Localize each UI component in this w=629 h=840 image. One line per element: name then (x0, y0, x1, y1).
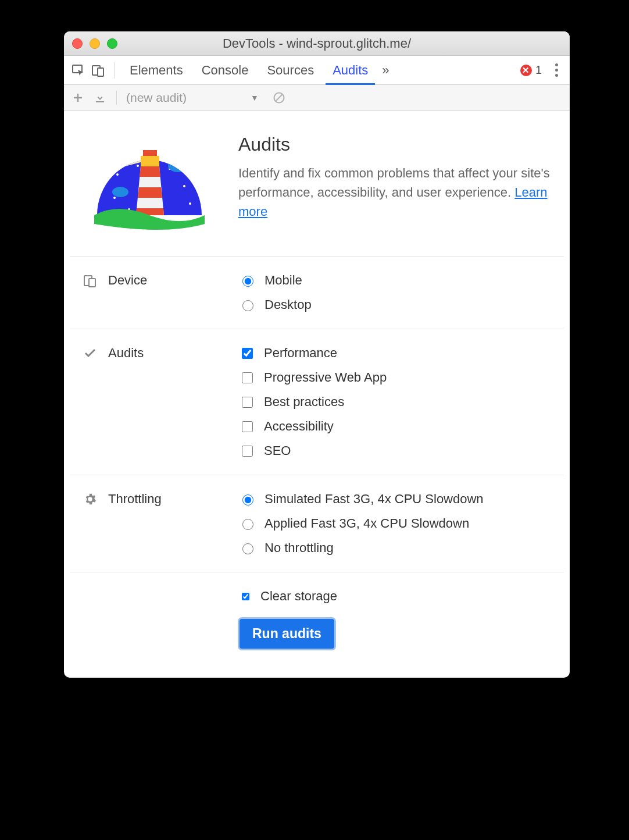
checkbox-input[interactable] (242, 593, 249, 600)
error-count[interactable]: ✕ 1 (520, 63, 542, 77)
page-title: Audits (238, 134, 551, 155)
option-label: Progressive Web App (264, 370, 387, 385)
checkbox-input[interactable] (242, 348, 253, 359)
check-icon (83, 347, 98, 360)
checkbox-input[interactable] (242, 421, 253, 432)
svg-point-5 (137, 165, 139, 167)
radio-throttling-simulated[interactable]: Simulated Fast 3G, 4x CPU Slowdown (240, 492, 551, 507)
option-label: Accessibility (264, 419, 334, 434)
option-label: SEO (264, 443, 291, 458)
error-icon: ✕ (520, 65, 532, 76)
gear-icon (83, 493, 98, 506)
tab-audits[interactable]: Audits (323, 56, 377, 84)
checkbox-input[interactable] (242, 397, 253, 408)
tab-console[interactable]: Console (192, 56, 258, 84)
run-audits-button[interactable]: Run audits (240, 619, 334, 649)
separator (116, 91, 117, 105)
audits-panel: Audits Identify and fix common problems … (64, 111, 570, 678)
device-label: Device (108, 273, 147, 288)
tab-sources[interactable]: Sources (258, 56, 323, 84)
device-section: Device Mobile Desktop (70, 256, 564, 329)
clear-icon[interactable] (273, 91, 285, 104)
audits-label: Audits (108, 346, 144, 361)
svg-point-8 (113, 197, 116, 199)
audits-header: Audits Identify and fix common problems … (70, 134, 564, 256)
device-icon (83, 274, 98, 288)
option-label: Applied Fast 3G, 4x CPU Slowdown (265, 516, 469, 531)
radio-device-mobile[interactable]: Mobile (240, 273, 551, 288)
device-toolbar-icon[interactable] (88, 60, 108, 80)
svg-point-7 (183, 185, 185, 187)
radio-throttling-applied[interactable]: Applied Fast 3G, 4x CPU Slowdown (240, 516, 551, 531)
audit-report-selector[interactable]: (new audit) ▼ (126, 91, 259, 105)
audit-selector-label: (new audit) (126, 91, 187, 105)
svg-rect-22 (89, 279, 95, 287)
radio-input[interactable] (242, 494, 253, 506)
tabs-row: Elements Console Sources Audits » ✕ 1 (64, 56, 570, 85)
action-section: Clear storage Run audits (70, 572, 564, 649)
checkbox-best-practices[interactable]: Best practices (240, 394, 551, 410)
tab-elements[interactable]: Elements (120, 56, 192, 84)
titlebar: DevTools - wind-sprout.glitch.me/ (64, 31, 570, 56)
svg-rect-2 (98, 68, 103, 76)
more-menu-icon[interactable] (548, 63, 565, 77)
radio-input[interactable] (242, 300, 253, 311)
checkbox-performance[interactable]: Performance (240, 346, 551, 361)
svg-rect-15 (143, 150, 157, 156)
throttling-section: Throttling Simulated Fast 3G, 4x CPU Slo… (70, 475, 564, 572)
svg-marker-19 (138, 187, 162, 198)
option-label: Best practices (264, 394, 344, 410)
new-audit-icon[interactable] (69, 88, 87, 107)
checkbox-pwa[interactable]: Progressive Web App (240, 370, 551, 385)
checkbox-clear-storage[interactable]: Clear storage (240, 589, 551, 604)
inspect-element-icon[interactable] (69, 60, 88, 80)
radio-throttling-none[interactable]: No throttling (240, 540, 551, 556)
audits-toolbar: (new audit) ▼ (64, 85, 570, 111)
option-label: No throttling (265, 540, 334, 556)
throttling-label: Throttling (108, 492, 162, 507)
lighthouse-illustration (83, 134, 216, 233)
option-label: Performance (264, 346, 337, 361)
tabs-overflow-icon[interactable]: » (377, 56, 394, 84)
option-label: Simulated Fast 3G, 4x CPU Slowdown (265, 492, 484, 507)
checkbox-input[interactable] (242, 372, 253, 383)
svg-point-9 (189, 202, 191, 205)
svg-rect-16 (141, 156, 159, 166)
page-description: Identify and fix common problems that af… (238, 163, 551, 221)
radio-input[interactable] (242, 543, 253, 554)
option-label: Desktop (265, 297, 312, 312)
download-icon[interactable] (91, 88, 109, 107)
checkbox-seo[interactable]: SEO (240, 443, 551, 458)
svg-point-14 (112, 187, 128, 197)
checkbox-input[interactable] (242, 446, 253, 457)
checkbox-accessibility[interactable]: Accessibility (240, 419, 551, 434)
separator (114, 62, 115, 79)
window-controls (72, 38, 117, 49)
option-label: Mobile (265, 273, 302, 288)
minimize-window-button[interactable] (90, 38, 100, 49)
radio-input[interactable] (242, 276, 253, 287)
error-count-value: 1 (535, 63, 542, 77)
devtools-window: DevTools - wind-sprout.glitch.me/ Elemen… (64, 31, 570, 678)
close-window-button[interactable] (72, 38, 83, 49)
radio-device-desktop[interactable]: Desktop (240, 297, 551, 312)
option-label: Clear storage (260, 589, 337, 604)
svg-point-4 (116, 173, 119, 176)
window-title: DevTools - wind-sprout.glitch.me/ (64, 36, 570, 51)
chevron-down-icon: ▼ (251, 93, 259, 102)
audits-section: Audits Performance Progressive Web App B… (70, 329, 564, 475)
maximize-window-button[interactable] (107, 38, 117, 49)
radio-input[interactable] (242, 519, 253, 530)
svg-point-13 (168, 159, 189, 172)
svg-marker-18 (140, 166, 160, 177)
